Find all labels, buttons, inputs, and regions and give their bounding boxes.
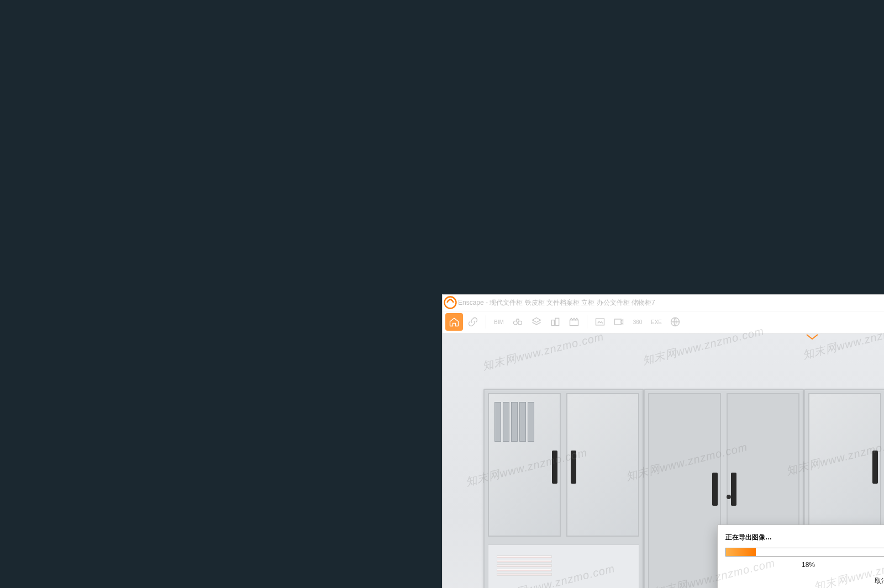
svg-rect-3 [551, 320, 554, 326]
panel-expand-chevron-icon[interactable] [804, 333, 820, 341]
dialog-title: 正在导出图像… [725, 533, 884, 542]
buildings-icon[interactable] [546, 313, 564, 331]
progress-bar-fill [726, 548, 756, 556]
clapperboard-icon[interactable] [565, 313, 583, 331]
screenshot-frame: Enscape - 现代文件柜 铁皮柜 文件档案柜 立柜 办公文件柜 储物柜7 … [442, 294, 884, 589]
svg-point-2 [518, 321, 522, 325]
progress-bar [725, 548, 884, 557]
svg-rect-4 [555, 318, 559, 325]
binoculars-icon[interactable] [509, 313, 527, 331]
bim-icon[interactable]: BIM [490, 313, 508, 331]
link-icon[interactable] [464, 313, 482, 331]
export-exe-icon[interactable]: EXE [648, 313, 665, 331]
export-image-icon[interactable] [591, 313, 609, 331]
progress-percent-label: 18% [725, 561, 884, 569]
svg-point-0 [445, 297, 456, 309]
window-titlebar[interactable]: Enscape - 现代文件柜 铁皮柜 文件档案柜 立柜 办公文件柜 储物柜7 … [443, 295, 884, 311]
enscape-window: Enscape - 现代文件柜 铁皮柜 文件档案柜 立柜 办公文件柜 储物柜7 … [442, 294, 884, 589]
svg-rect-5 [570, 320, 578, 326]
export-360-label: 360 [633, 319, 643, 325]
export-video-icon[interactable] [610, 313, 628, 331]
cabinet-left [483, 389, 644, 589]
render-viewport[interactable]: 正在导出图像… 18% 取消 [443, 333, 884, 589]
cancel-button[interactable]: 取消 [871, 574, 884, 588]
svg-rect-7 [615, 319, 622, 325]
export-360-icon[interactable]: 360 [629, 313, 646, 331]
bim-label: BIM [494, 319, 504, 325]
window-title: Enscape - 现代文件柜 铁皮柜 文件档案柜 立柜 办公文件柜 储物柜7 [458, 298, 655, 308]
main-toolbar: BIM 360 EXE [443, 311, 884, 333]
home-icon[interactable] [445, 313, 463, 331]
export-web-icon[interactable] [666, 313, 684, 331]
layers-icon[interactable] [528, 313, 545, 331]
enscape-logo-icon [443, 295, 458, 310]
export-exe-label: EXE [651, 319, 662, 325]
export-progress-dialog: 正在导出图像… 18% 取消 [717, 525, 884, 589]
svg-point-1 [514, 321, 518, 325]
